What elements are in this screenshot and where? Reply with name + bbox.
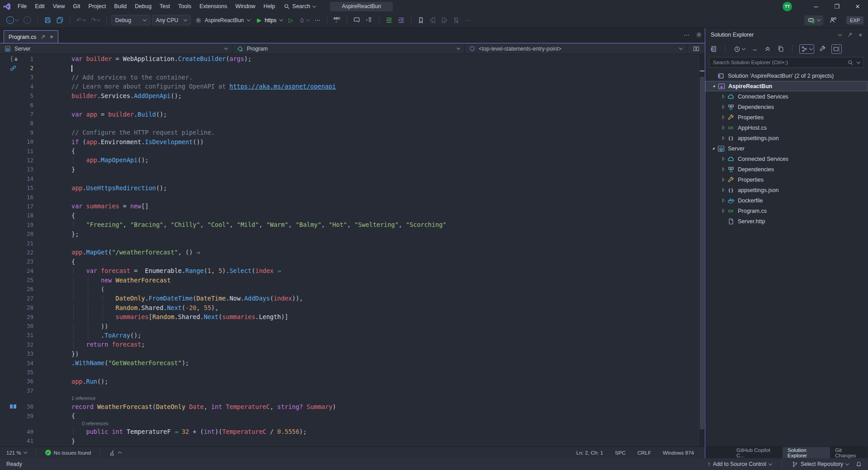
menu-view[interactable]: View — [49, 3, 69, 9]
menu-extensions[interactable]: Extensions — [195, 3, 231, 9]
spell-checker-button[interactable]: ABC✓ — [332, 15, 342, 25]
code-line-14[interactable]: 14 — [0, 174, 705, 183]
tree-item-properties[interactable]: Properties — [705, 174, 868, 185]
expander[interactable] — [720, 188, 727, 193]
code-line-39[interactable]: 39{ — [0, 411, 705, 420]
increase-indent-button[interactable] — [396, 15, 406, 25]
maximize-button[interactable]: ❐ — [826, 0, 847, 13]
code-line-17[interactable]: 17var summaries = new[] — [0, 202, 705, 211]
code-line-5[interactable]: 5builder.Services.AddOpenApi(); — [0, 91, 705, 100]
code-line-9[interactable]: 9// Configure the HTTP request pipeline. — [0, 128, 705, 137]
health-indicator[interactable]: ✓No issues found — [43, 450, 93, 456]
code-line-38[interactable]: 38record WeatherForecast(DateOnly Date, … — [0, 402, 705, 411]
code-line-8[interactable]: 8 — [0, 119, 705, 128]
window-position-chevron-icon[interactable] — [838, 32, 842, 36]
navigate-forward-button[interactable]: → — [22, 15, 33, 25]
tree-item-connected-services[interactable]: Connected Services — [705, 154, 868, 164]
navigate-to-indentation-button[interactable] — [364, 15, 374, 25]
code-line-31[interactable]: 31│ │ .ToArray(); — [0, 331, 705, 340]
code-line-20[interactable]: 20}; — [0, 229, 705, 238]
code-line-6[interactable]: 6 — [0, 100, 705, 109]
send-feedback-button[interactable] — [828, 15, 838, 25]
copilot-status-button[interactable] — [804, 15, 823, 25]
clear-bookmarks-button[interactable] — [451, 16, 461, 25]
code-line-40[interactable]: 40│ public int TemperatureF ⇒ 32 + (int)… — [0, 427, 705, 436]
menu-edit[interactable]: Edit — [31, 3, 49, 9]
save-button[interactable] — [42, 15, 53, 25]
pending-changes-filter-button[interactable] — [732, 45, 746, 53]
code-line-29[interactable]: 29│ │ │ summaries[Random.Shared.Next(sum… — [0, 312, 705, 321]
tree-item-server[interactable]: Server — [705, 143, 868, 154]
code-line-37[interactable]: 37 — [0, 386, 705, 395]
tab-list-ellipsis-icon[interactable]: ⋯ — [684, 32, 689, 38]
toggle-comment-button[interactable] — [352, 15, 362, 25]
code-line-18[interactable]: 18{ — [0, 211, 705, 220]
notifications-button[interactable] — [856, 461, 862, 467]
code-line-10[interactable]: 10if (app.Environment.IsDevelopment()) — [0, 137, 705, 146]
code-line-13[interactable]: 13} — [0, 165, 705, 174]
collapse-all-button[interactable] — [763, 45, 772, 53]
experimental-badge[interactable]: EXP — [846, 16, 863, 24]
code-line-2[interactable]: 2 — [0, 63, 705, 72]
select-repository-button[interactable]: Select Repository — [792, 461, 849, 467]
tree-item-aspirereactbun[interactable]: AspireReactBun — [705, 81, 868, 91]
code-line-3[interactable]: 3// Add services to the container. — [0, 73, 705, 82]
track-active-item-toggle[interactable] — [799, 44, 814, 54]
code-line-22[interactable]: 22app.MapGet("/weatherforecast", () ⇒ — [0, 248, 705, 257]
undo-button[interactable]: ↶ — [75, 16, 87, 24]
expander[interactable] — [720, 115, 727, 120]
expander[interactable] — [720, 156, 727, 161]
close-panel-icon[interactable]: × — [859, 32, 862, 38]
code-editor[interactable]: {1var builder = WebApplication.CreateBui… — [0, 54, 705, 446]
code-line-41[interactable]: 41} — [0, 437, 705, 446]
preview-selected-items-toggle[interactable] — [831, 44, 842, 54]
code-line-32[interactable]: 32│ return forecast; — [0, 340, 705, 349]
code-line-11[interactable]: 11{ — [0, 146, 705, 155]
code-line-27[interactable]: 27│ │ │ DateOnly.FromDateTime(DateTime.N… — [0, 294, 705, 303]
save-all-button[interactable] — [55, 15, 65, 25]
code-line-23[interactable]: 23{ — [0, 257, 705, 266]
menu-test[interactable]: Test — [156, 3, 174, 9]
tree-item-server-http[interactable]: Server.http — [705, 216, 868, 226]
expander[interactable] — [710, 84, 717, 89]
code-line-30[interactable]: 30│ │ )) — [0, 321, 705, 330]
member-dropdown[interactable]: <top-level-statements-entry-point> — [465, 43, 687, 54]
toolbar-overflow-button[interactable]: ⋯ — [313, 16, 322, 24]
code-cleanup-button[interactable] — [108, 450, 123, 456]
code-line-12[interactable]: 12│ app.MapOpenApi(); — [0, 155, 705, 164]
tab-program-cs[interactable]: Program.cs × — [4, 30, 58, 43]
editor-scrollbar[interactable] — [698, 54, 705, 446]
panel-tab-solution-explorer[interactable]: Solution Explorer — [783, 447, 830, 458]
tree-item-apphost-cs[interactable]: C#AppHost.cs — [705, 122, 868, 133]
expander[interactable] — [720, 208, 727, 213]
editor-options-gear-icon[interactable] — [696, 32, 702, 38]
menu-help[interactable]: Help — [259, 3, 279, 9]
code-line-34[interactable]: 34.WithName("GetWeatherForecast"); — [0, 358, 705, 367]
expander[interactable] — [720, 94, 727, 99]
toggle-bookmark-button[interactable] — [416, 16, 426, 25]
status-segment-1[interactable]: SPC — [615, 450, 626, 456]
decrease-indent-button[interactable] — [384, 15, 394, 25]
code-line-25[interactable]: 25│ │ new WeatherForecast — [0, 275, 705, 284]
code-line-28[interactable]: 28│ │ │ Random.Shared.Next(-20, 55), — [0, 303, 705, 312]
menu-project[interactable]: Project — [85, 3, 110, 9]
menu-window[interactable]: Window — [231, 3, 259, 9]
status-segment-0[interactable]: Ln: 2, Ch: 1 — [576, 450, 603, 456]
navigate-back-button[interactable]: ← — [5, 15, 20, 25]
code-line-21[interactable]: 21 — [0, 239, 705, 248]
next-bookmark-button[interactable] — [439, 16, 449, 25]
close-tab-icon[interactable]: × — [50, 33, 53, 40]
redo-button[interactable]: ↷ — [89, 16, 102, 24]
tree-item-dockerfile[interactable]: Dockerfile — [705, 195, 868, 206]
expander[interactable] — [720, 198, 727, 203]
split-window-button[interactable] — [687, 43, 705, 54]
previous-bookmark-button[interactable] — [428, 16, 438, 25]
tree-item-solution-aspirereactbun-2-of-2-projects[interactable]: Solution 'AspireReactBun' (2 of 2 projec… — [705, 70, 868, 81]
copy-pages-button[interactable] — [776, 45, 785, 53]
expander[interactable] — [710, 146, 717, 151]
tree-item-properties[interactable]: Properties — [705, 112, 868, 122]
tree-item-dependencies[interactable]: Dependencies — [705, 164, 868, 174]
code-line-26[interactable]: 26│ │ ( — [0, 285, 705, 294]
code-line-16[interactable]: 16 — [0, 193, 705, 202]
zoom-control[interactable]: 121 % — [5, 450, 28, 456]
